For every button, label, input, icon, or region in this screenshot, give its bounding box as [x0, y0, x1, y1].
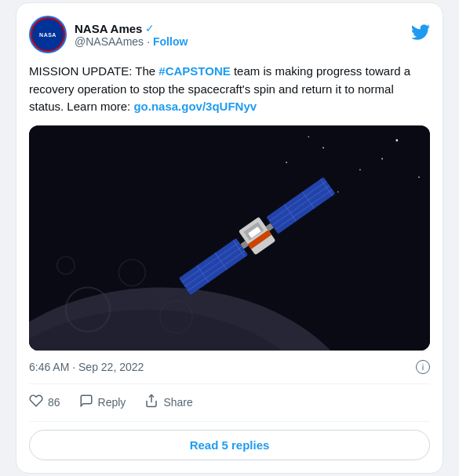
info-icon[interactable]: i: [416, 360, 430, 374]
like-count: 86: [48, 396, 60, 409]
user-handle: @NASAAmes: [75, 35, 144, 48]
tweet-link[interactable]: go.nasa.gov/3qUFNyv: [133, 100, 257, 113]
reply-button[interactable]: Reply: [79, 394, 126, 412]
svg-point-7: [322, 147, 324, 148]
like-button[interactable]: 86: [29, 394, 60, 412]
tweet-meta: 6:46 AM · Sep 22, 2022 i: [29, 360, 430, 384]
share-icon: [144, 394, 158, 412]
follow-separator: ·: [147, 35, 150, 48]
svg-point-11: [337, 191, 339, 192]
share-label: Share: [163, 396, 192, 409]
user-info: NASA Ames ✓ @NASAAmes · Follow: [75, 22, 188, 48]
tweet-prefix: MISSION UPDATE: The: [29, 64, 158, 78]
reply-label: Reply: [98, 396, 126, 409]
tweet-header-left: NASA Ames ✓ @NASAAmes · Follow: [29, 16, 188, 53]
tweet-actions: 86 Reply Share: [29, 394, 430, 422]
svg-point-12: [381, 158, 383, 159]
svg-point-8: [359, 169, 361, 170]
spacecraft-illustration: [29, 125, 430, 351]
read-replies-button[interactable]: Read 5 replies: [29, 430, 430, 460]
tweet-timestamp: 6:46 AM · Sep 22, 2022: [29, 361, 144, 373]
tweet-text: MISSION UPDATE: The #CAPSTONE team is ma…: [29, 63, 430, 116]
tweet-hashtag[interactable]: #CAPSTONE: [158, 64, 230, 78]
tweet-image: [29, 125, 430, 351]
nasa-logo-icon: [31, 17, 65, 52]
like-icon: [29, 394, 43, 412]
svg-point-10: [286, 162, 287, 163]
twitter-logo-icon: [411, 23, 430, 46]
svg-point-13: [308, 136, 309, 137]
tweet-card: NASA Ames ✓ @NASAAmes · Follow MISSION U…: [16, 2, 443, 474]
svg-point-14: [418, 176, 420, 177]
user-handle-row: @NASAAmes · Follow: [75, 35, 188, 48]
follow-button[interactable]: Follow: [153, 35, 188, 48]
share-button[interactable]: Share: [144, 394, 192, 412]
avatar[interactable]: [29, 16, 67, 53]
verified-badge-icon: ✓: [145, 22, 155, 35]
svg-point-9: [395, 139, 398, 141]
tweet-header: NASA Ames ✓ @NASAAmes · Follow: [29, 16, 430, 53]
user-name-row: NASA Ames ✓: [75, 22, 188, 35]
reply-icon: [79, 394, 93, 412]
user-name: NASA Ames: [75, 22, 142, 35]
